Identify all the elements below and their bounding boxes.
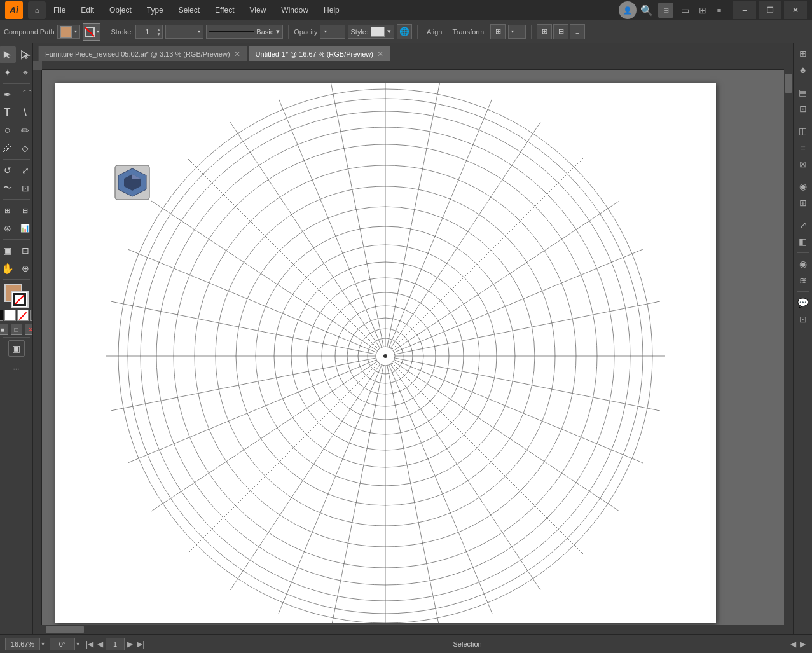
playback-right[interactable]: ▶ xyxy=(799,640,807,649)
profile-avatar[interactable]: 👤 xyxy=(619,1,637,19)
panel-toggle[interactable]: ▭ xyxy=(677,3,692,18)
rp-pathfinder[interactable]: ⊠ xyxy=(795,156,811,172)
fill-dropdown[interactable]: ▾ xyxy=(57,25,80,39)
align-options-dropdown[interactable]: ▾ xyxy=(508,25,526,39)
panel-menu-button[interactable]: ≡ xyxy=(713,1,726,19)
curvature-tool[interactable]: ⌒ xyxy=(17,86,34,103)
selection-tool[interactable] xyxy=(0,46,16,63)
restore-button[interactable]: ❐ xyxy=(759,1,781,19)
scroll-thumb-v[interactable] xyxy=(785,74,792,93)
stroke-swatch[interactable] xyxy=(11,291,29,308)
vertical-scrollbar[interactable] xyxy=(784,61,793,634)
first-artboard-btn[interactable]: |◀ xyxy=(85,640,95,649)
perspective-grid-tool[interactable]: ⊞ xyxy=(0,202,16,219)
symbol-sprayer-tool[interactable]: ⊛ xyxy=(0,220,16,237)
rp-comments[interactable]: 💬 xyxy=(795,295,811,310)
white-swatch[interactable] xyxy=(4,310,16,321)
line-segment-tool[interactable]: \ xyxy=(17,104,34,121)
none-swatch[interactable] xyxy=(17,310,29,321)
menu-view[interactable]: View xyxy=(247,4,269,16)
rp-color[interactable]: ◉ xyxy=(795,179,811,194)
next-artboard-btn[interactable]: ▶ xyxy=(126,640,134,649)
variable-width-dropdown[interactable]: ▾ xyxy=(165,25,203,39)
arrange-button[interactable]: ⊞ xyxy=(695,3,710,18)
pen-tool[interactable]: ✒ xyxy=(0,86,16,103)
lasso-tool[interactable]: ⌖ xyxy=(17,64,34,81)
appearance-button[interactable]: 🌐 xyxy=(397,24,412,39)
menu-help[interactable]: Help xyxy=(321,4,342,16)
home-button[interactable]: ⌂ xyxy=(28,1,46,19)
stroke-number-input[interactable]: ▲ ▼ xyxy=(135,25,163,39)
tab-furniture-close[interactable]: ✕ xyxy=(234,50,240,58)
rp-assets[interactable]: ◧ xyxy=(795,234,811,249)
type-tool[interactable]: T xyxy=(0,104,16,121)
eraser-tool[interactable]: ◇ xyxy=(17,140,34,156)
slice-tool[interactable]: ⊟ xyxy=(17,242,34,259)
menu-type[interactable]: Type xyxy=(144,4,166,16)
opacity-dropdown[interactable]: ▾ xyxy=(320,25,345,39)
minimize-button[interactable]: – xyxy=(733,1,756,19)
menu-edit[interactable]: Edit xyxy=(78,4,97,16)
style-dropdown[interactable]: Style: ▾ xyxy=(348,25,395,39)
workspace-button[interactable]: ⊞ xyxy=(658,3,673,18)
more-tools-button[interactable]: ··· xyxy=(8,361,25,377)
last-artboard-btn[interactable]: ▶| xyxy=(135,640,146,649)
menu-effect[interactable]: Effect xyxy=(212,4,237,16)
fill-color-swatch[interactable] xyxy=(60,26,72,38)
stroke-fill-icon[interactable]: □ xyxy=(11,324,22,335)
direct-selection-tool[interactable] xyxy=(17,46,34,63)
rp-properties[interactable]: ⊞ xyxy=(795,46,811,61)
free-transform-tool[interactable]: ⊡ xyxy=(17,180,34,196)
rp-artboards[interactable]: ⊡ xyxy=(795,101,811,116)
menu-select[interactable]: Select xyxy=(176,4,202,16)
paintbrush-tool[interactable]: ✏ xyxy=(17,122,34,139)
align-button[interactable]: Align xyxy=(423,27,446,37)
stroke-style-dropdown[interactable]: Basic ▾ xyxy=(206,25,283,39)
rp-libraries[interactable]: ♣ xyxy=(795,62,811,78)
zoom-dropdown-arrow[interactable]: ▾ xyxy=(41,640,45,647)
stroke-up-arrow[interactable]: ▲ xyxy=(156,27,161,32)
search-button[interactable]: 🔍 xyxy=(639,3,654,18)
fill-icon[interactable]: ■ xyxy=(0,324,8,335)
playback-left[interactable]: ◀ xyxy=(789,640,797,649)
zoom-tool[interactable]: ⊕ xyxy=(17,260,34,277)
properties-button[interactable]: ⊟ xyxy=(553,24,568,39)
menu-object[interactable]: Object xyxy=(107,4,134,16)
angle-dropdown-arrow[interactable]: ▾ xyxy=(76,640,79,647)
angle-input[interactable] xyxy=(50,638,75,650)
rp-transparency[interactable]: ≋ xyxy=(795,273,811,288)
perspective-selection-tool[interactable]: ⊟ xyxy=(17,202,34,219)
rp-appearance[interactable]: ◫ xyxy=(795,123,811,139)
rp-info[interactable]: ⊡ xyxy=(795,312,811,327)
column-graph-tool[interactable]: 📊 xyxy=(17,220,34,237)
scroll-thumb-h[interactable] xyxy=(46,626,84,633)
rp-export[interactable]: ⤢ xyxy=(795,217,811,233)
menu-file[interactable]: File xyxy=(51,4,68,16)
transform-button[interactable]: Transform xyxy=(448,27,488,37)
stroke-icon-button[interactable]: ▾ xyxy=(83,23,100,41)
tab-untitled[interactable]: Untitled-1* @ 16.67 % (RGB/Preview) ✕ xyxy=(249,46,390,61)
canvas-viewport[interactable] xyxy=(42,70,784,625)
horizontal-scrollbar[interactable] xyxy=(33,625,784,634)
hand-tool[interactable]: ✋ xyxy=(0,260,16,277)
stroke-down-arrow[interactable]: ▼ xyxy=(156,32,161,36)
artboard-input[interactable] xyxy=(106,638,125,650)
tab-untitled-close[interactable]: ✕ xyxy=(377,50,383,58)
draw-mode-button[interactable]: ▣ xyxy=(8,340,25,357)
zoom-input[interactable] xyxy=(5,638,40,650)
artboard-tool[interactable]: ▣ xyxy=(0,242,16,259)
none-fill-icon[interactable]: ✕ xyxy=(25,324,34,335)
menu-window[interactable]: Window xyxy=(279,4,311,16)
panel-menu[interactable]: ≡ xyxy=(570,24,585,39)
close-button[interactable]: ✕ xyxy=(784,1,807,19)
align-objects-button[interactable]: ⊞ xyxy=(490,24,506,39)
stroke-value-field[interactable] xyxy=(137,28,156,36)
ellipse-tool[interactable]: ○ xyxy=(0,122,16,139)
black-swatch[interactable] xyxy=(0,310,3,321)
rp-layers[interactable]: ▤ xyxy=(795,85,811,100)
rp-swatches[interactable]: ⊞ xyxy=(795,195,811,210)
tab-furniture[interactable]: Furniture Piece_revised 05.02.ai* @ 3.13… xyxy=(38,46,247,61)
rp-gradient[interactable]: ◉ xyxy=(795,256,811,272)
prev-artboard-btn[interactable]: ◀ xyxy=(96,640,104,649)
magic-wand-tool[interactable]: ✦ xyxy=(0,64,16,81)
